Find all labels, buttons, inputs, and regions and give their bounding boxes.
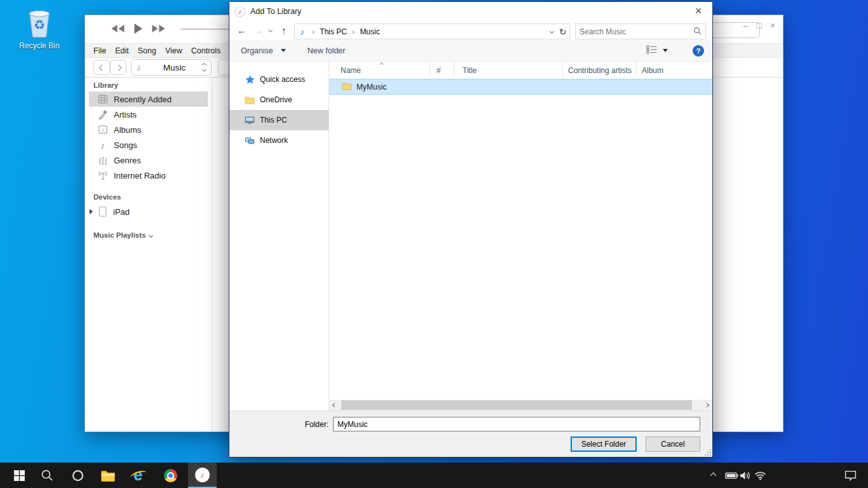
nav-item-onedrive[interactable]: OneDrive <box>229 90 329 110</box>
chevron-down-icon <box>202 67 207 72</box>
address-bar[interactable]: ♪ › This PC › Music <box>294 24 558 39</box>
search-box[interactable] <box>575 24 706 39</box>
view-dropdown-icon[interactable] <box>663 49 668 52</box>
sidebar-item-internet-radio[interactable]: Internet Radio <box>85 168 212 183</box>
cancel-button[interactable]: Cancel <box>646 437 700 452</box>
close-icon[interactable]: × <box>770 19 775 32</box>
column-header-title[interactable]: Title <box>454 62 563 77</box>
antenna-icon <box>97 170 108 180</box>
sidebar-item-ipad[interactable]: iPad <box>85 203 212 220</box>
dropdown-arrow-icon <box>281 49 286 52</box>
minimize-icon[interactable]: – <box>743 19 749 32</box>
folder-icon <box>245 96 255 104</box>
nav-item-this-pc[interactable]: This PC <box>229 110 329 130</box>
new-folder-button[interactable]: New folder <box>308 46 346 55</box>
show-hidden-icons-button[interactable] <box>705 463 721 488</box>
chrome-button[interactable] <box>156 463 184 488</box>
breadcrumb-this-pc[interactable]: This PC <box>320 27 347 36</box>
dialog-navigation-pane: Quick access OneDrive This PC <box>229 62 329 410</box>
menu-file[interactable]: File <box>93 46 106 55</box>
up-icon[interactable]: ↑ <box>281 23 287 38</box>
star-icon <box>245 75 255 85</box>
file-name: MyMusic <box>356 83 386 92</box>
column-header-contributing-artists[interactable]: Contributing artists <box>563 62 637 77</box>
file-row-mymusic[interactable]: MyMusic <box>329 79 712 95</box>
cortana-icon <box>72 470 83 481</box>
fast-forward-button[interactable] <box>151 24 166 35</box>
horizontal-scrollbar[interactable] <box>329 400 712 410</box>
select-folder-button[interactable]: Select Folder <box>571 437 637 452</box>
back-icon[interactable]: ← <box>237 23 247 38</box>
ipad-icon <box>96 205 109 218</box>
music-note-icon: ♪ <box>300 27 304 37</box>
recent-locations-icon[interactable] <box>268 28 273 32</box>
svg-text:♪: ♪ <box>101 126 104 133</box>
breadcrumb-separator: › <box>312 27 315 36</box>
itunes-taskbar-button[interactable]: ♪ <box>188 463 217 488</box>
nav-item-network[interactable]: Network <box>229 130 329 151</box>
disclosure-triangle-icon[interactable] <box>90 209 93 214</box>
music-playlists-header[interactable]: Music Playlists <box>93 231 212 239</box>
play-button[interactable] <box>133 23 143 36</box>
close-icon[interactable]: × <box>689 3 707 18</box>
forward-icon[interactable]: → <box>254 23 263 38</box>
recycle-bin-shortcut[interactable]: ♻ Recycle Bin <box>14 5 65 50</box>
start-button[interactable] <box>5 463 33 488</box>
refresh-icon[interactable]: ↻ <box>556 24 570 39</box>
desktop: ♻ Recycle Bin – □ × <box>0 0 868 488</box>
folder-icon <box>100 470 116 482</box>
column-header-album[interactable]: Album <box>637 62 712 77</box>
wifi-tray-icon[interactable] <box>752 463 768 488</box>
music-note-icon: ♪ <box>97 140 108 151</box>
scroll-right-icon[interactable] <box>702 400 712 410</box>
column-header-name[interactable]: Name <box>329 62 430 77</box>
library-section-header: Library <box>93 81 212 89</box>
scroll-left-icon[interactable] <box>329 400 340 410</box>
computer-icon <box>245 116 255 125</box>
itunes-back-button[interactable] <box>93 60 110 75</box>
menu-controls[interactable]: Controls <box>191 46 221 55</box>
sidebar-item-songs[interactable]: ♪ Songs <box>85 137 212 152</box>
folder-name-input[interactable] <box>333 417 700 431</box>
file-explorer-button[interactable] <box>94 463 122 488</box>
maximize-icon[interactable]: □ <box>756 19 761 32</box>
internet-explorer-icon: e <box>130 466 147 484</box>
action-center-button[interactable] <box>837 463 863 488</box>
menu-view[interactable]: View <box>165 46 182 55</box>
details-view-icon[interactable] <box>646 45 658 56</box>
sidebar-item-genres[interactable]: Genres <box>85 152 212 168</box>
dialog-title: Add To Library <box>250 7 301 16</box>
media-kind-selector[interactable]: ♪ Music <box>131 59 212 76</box>
help-icon[interactable]: ? <box>693 45 704 57</box>
grid-icon <box>97 94 108 104</box>
address-dropdown-icon[interactable] <box>550 29 554 34</box>
chevron-up-icon <box>710 472 716 478</box>
cortana-button[interactable] <box>64 463 92 488</box>
nav-item-quick-access[interactable]: Quick access <box>229 69 329 90</box>
taskbar: e ♪ <box>0 463 868 488</box>
search-input[interactable] <box>580 27 693 36</box>
menu-song[interactable]: Song <box>138 46 156 55</box>
sort-ascending-icon <box>379 62 384 67</box>
sidebar-item-albums[interactable]: ♪ Albums <box>85 122 212 137</box>
file-list-header: Name # Title Contributing artists Album <box>329 62 712 77</box>
dialog-toolbar: Organise – New folder ? <box>229 40 712 62</box>
windows-logo-icon <box>14 470 25 481</box>
itunes-forward-button[interactable] <box>110 60 126 75</box>
dialog-titlebar[interactable]: ♪ Add To Library × <box>229 2 712 21</box>
internet-explorer-button[interactable]: e <box>125 463 153 488</box>
sidebar-item-artists[interactable]: Artists <box>85 107 212 122</box>
action-center-icon <box>844 470 857 481</box>
search-icon <box>41 469 53 482</box>
menu-edit[interactable]: Edit <box>115 46 129 55</box>
rewind-button[interactable] <box>111 24 125 35</box>
network-icon <box>245 136 255 146</box>
scrollbar-thumb[interactable] <box>341 400 692 410</box>
organise-button[interactable]: Organise – <box>241 46 286 55</box>
add-to-library-dialog: ♪ Add To Library × ← → ↑ ♪ › This PC › M… <box>229 1 713 458</box>
taskbar-search-button[interactable] <box>33 463 61 488</box>
sidebar-item-recently-added[interactable]: Recently Added <box>89 92 208 107</box>
breadcrumb-music[interactable]: Music <box>360 27 379 36</box>
resize-grip[interactable] <box>705 449 711 456</box>
column-header-number[interactable]: # <box>430 62 454 77</box>
